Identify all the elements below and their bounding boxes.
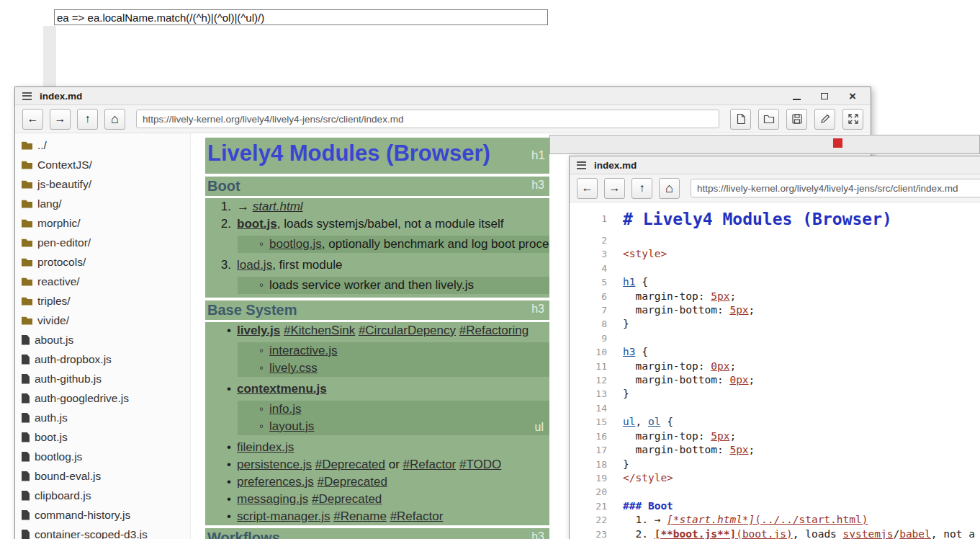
md-link[interactable]: #Deprecated (318, 475, 387, 489)
sidebar-item[interactable]: bootlog.js (15, 447, 190, 466)
code-line[interactable]: 8} (570, 317, 980, 331)
url-input[interactable] (136, 110, 719, 128)
minimize-button[interactable] (787, 89, 806, 102)
forward-button[interactable]: → (50, 109, 71, 130)
home-button[interactable]: ⌂ (659, 178, 680, 199)
code-line[interactable]: 22 1. → [*start.html*](../../start.html) (570, 513, 980, 527)
sidebar-item[interactable]: container-scoped-d3.js (15, 525, 190, 539)
back-button[interactable]: ← (22, 109, 43, 130)
edit-button[interactable] (814, 109, 835, 130)
code-line[interactable]: 18} (570, 458, 980, 471)
code-line[interactable]: 21### Boot (570, 499, 980, 513)
code-editor[interactable]: 1# Lively4 Modules (Browser) 2 3<style> … (570, 202, 980, 539)
sidebar-item[interactable]: bound-eval.js (15, 466, 190, 486)
md-link[interactable]: lively.js (237, 324, 280, 337)
sidebar-item[interactable]: vivide/ (15, 311, 190, 330)
md-link[interactable]: layout.js (269, 419, 314, 433)
code-line[interactable]: 20 (570, 485, 980, 499)
md-link[interactable]: #KitchenSink (284, 324, 355, 337)
close-button[interactable]: × (843, 89, 862, 102)
element-filter-input[interactable] (54, 9, 548, 25)
md-link[interactable]: #Rename (333, 509, 387, 523)
md-link[interactable]: boot.js (237, 217, 277, 231)
md-link[interactable]: script-manager.js (237, 509, 330, 523)
sidebar-item[interactable]: auth-dropbox.js (15, 349, 190, 369)
code-line[interactable]: 16 margin-top: 5px; (570, 429, 980, 443)
code-line[interactable]: 9 (570, 331, 980, 345)
code-line[interactable]: 17 margin-bottom: 5px; (570, 443, 980, 457)
md-link[interactable]: [**boot.js**] (655, 528, 737, 539)
forward-button[interactable]: → (604, 178, 625, 199)
sidebar-item[interactable]: clipboard.js (15, 486, 190, 505)
code-line[interactable]: 4 (570, 262, 980, 275)
sidebar-item[interactable]: morphic/ (15, 213, 190, 233)
code-line[interactable]: 10h3 { (570, 345, 980, 359)
md-link[interactable]: messaging.js (237, 492, 308, 506)
sidebar-item[interactable]: ContextJS/ (15, 155, 190, 174)
sidebar-item[interactable]: lang/ (15, 194, 190, 213)
md-link[interactable]: bootlog.js (269, 237, 322, 251)
sidebar-item[interactable]: ../ (15, 135, 190, 155)
md-link[interactable]: #Deprecated (315, 458, 385, 471)
code-line[interactable]: 19</style> (570, 471, 980, 485)
code-line[interactable]: 2 (570, 233, 980, 247)
md-link[interactable]: (../../start.html) (755, 514, 868, 525)
md-link[interactable]: #CircularDepency (359, 324, 456, 337)
md-link[interactable]: #TODO (459, 458, 501, 471)
code-line[interactable]: 3<style> (570, 247, 980, 261)
md-link[interactable]: #Refactor (390, 509, 444, 523)
code-line[interactable]: 11 margin-top: 0px; (570, 360, 980, 373)
md-link[interactable]: persistence.js (237, 458, 312, 471)
text-segment: , loads (793, 528, 843, 539)
md-link[interactable]: lively.css (269, 361, 318, 375)
window2-titlebar[interactable]: index.md (570, 156, 980, 174)
md-link[interactable]: #Refactor (403, 458, 457, 471)
md-link[interactable]: #Refactoring (459, 324, 529, 337)
md-link[interactable]: interactive.js (269, 344, 337, 357)
sidebar-item[interactable]: protocols/ (15, 252, 190, 272)
sidebar-item[interactable]: auth-github.js (15, 369, 190, 388)
code-line[interactable]: 1# Lively4 Modules (Browser) (570, 207, 980, 233)
code-line[interactable]: 13} (570, 387, 980, 401)
md-link[interactable]: load.js (237, 258, 272, 272)
url-input[interactable] (691, 179, 980, 197)
code-line[interactable]: 14 (570, 401, 980, 415)
window-menu-icon[interactable] (22, 92, 32, 100)
md-link[interactable]: (boot.js) (736, 528, 793, 539)
md-link[interactable]: fileindex.js (237, 440, 294, 454)
sidebar-item[interactable]: about.js (15, 330, 190, 349)
maximize-button[interactable] (815, 89, 834, 102)
code-line[interactable]: 15ul, ol { (570, 415, 980, 429)
sidebar-item[interactable]: pen-editor/ (15, 233, 190, 252)
code-line[interactable]: 12 margin-bottom: 0px; (570, 373, 980, 387)
code-line[interactable]: 6 margin-top: 5px; (570, 290, 980, 303)
sidebar-item[interactable]: triples/ (15, 291, 190, 311)
window1-titlebar[interactable]: index.md × (15, 87, 871, 105)
sidebar-item[interactable]: reactive/ (15, 272, 190, 291)
code-line[interactable]: 7 margin-bottom: 5px; (570, 303, 980, 317)
sidebar-item[interactable]: boot.js (15, 427, 190, 447)
up-button[interactable]: ↑ (77, 109, 98, 130)
md-link[interactable]: [*start.html*] (667, 514, 755, 525)
sidebar-item[interactable]: js-beautify/ (15, 174, 190, 194)
sidebar-item[interactable]: auth.js (15, 408, 190, 427)
md-link[interactable]: info.js (269, 402, 301, 416)
sidebar-item[interactable]: command-history.js (15, 505, 190, 525)
save-button[interactable] (786, 109, 807, 130)
up-button[interactable]: ↑ (631, 178, 652, 199)
background-window-strip[interactable] (549, 135, 980, 154)
sidebar-item[interactable]: auth-googledrive.js (15, 388, 190, 408)
new-file-button[interactable] (730, 109, 751, 130)
text-segment: { (660, 416, 673, 427)
md-link[interactable]: start.html (253, 200, 303, 213)
code-line[interactable]: 23 2. [**boot.js**](boot.js), loads syst… (570, 527, 980, 539)
md-link[interactable]: contextmenu.js (237, 382, 327, 396)
home-button[interactable]: ⌂ (104, 109, 125, 130)
back-button[interactable]: ← (577, 178, 598, 199)
expand-button[interactable] (842, 109, 863, 130)
window-menu-icon[interactable] (577, 161, 586, 169)
md-link[interactable]: #Deprecated (312, 492, 382, 506)
code-line[interactable]: 5h1 { (570, 275, 980, 289)
md-link[interactable]: preferences.js (237, 475, 314, 489)
open-folder-button[interactable] (758, 109, 779, 130)
